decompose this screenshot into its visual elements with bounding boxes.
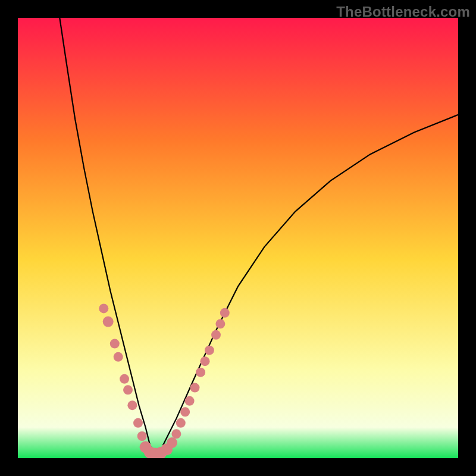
outer-frame: TheBottleneck.com <box>0 0 476 476</box>
data-marker <box>127 400 137 410</box>
data-marker <box>171 429 181 439</box>
chart-svg <box>18 18 458 458</box>
data-marker <box>133 418 143 428</box>
data-marker <box>205 346 214 355</box>
data-marker <box>196 368 205 377</box>
marker-cluster <box>99 303 229 458</box>
curve-path <box>60 18 458 456</box>
data-marker <box>123 385 133 394</box>
data-marker <box>103 317 114 327</box>
plot-area <box>18 18 458 458</box>
data-marker <box>120 374 129 384</box>
data-marker <box>180 407 190 416</box>
data-marker <box>167 437 177 448</box>
bottleneck-curve <box>60 18 458 456</box>
data-marker <box>190 383 199 393</box>
data-marker <box>220 308 230 318</box>
data-marker <box>114 352 123 362</box>
data-marker <box>215 319 225 328</box>
data-marker <box>137 431 147 441</box>
data-marker <box>211 330 221 340</box>
data-marker <box>185 396 195 406</box>
data-marker <box>201 356 210 366</box>
data-marker <box>110 339 120 349</box>
data-marker <box>99 303 108 313</box>
data-marker <box>176 418 186 428</box>
